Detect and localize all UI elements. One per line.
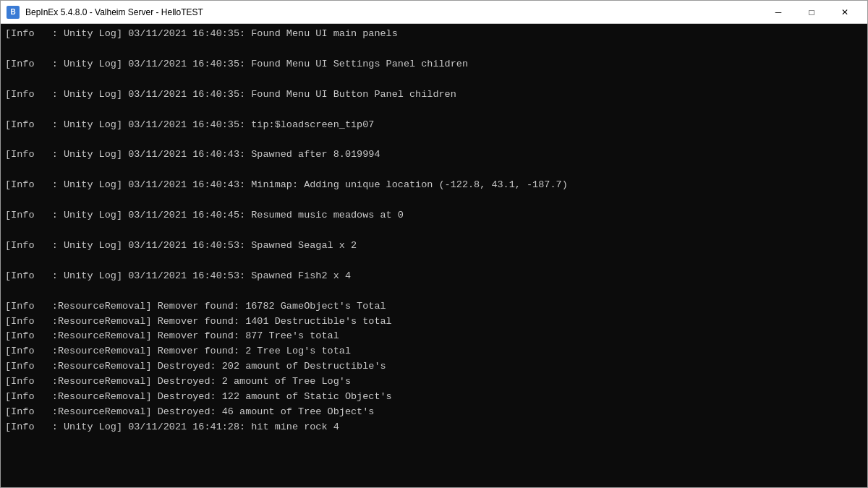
- console-output[interactable]: [Info : Unity Log] 03/11/2021 16:40:35: …: [1, 24, 867, 487]
- log-line: [Info :ResourceRemoval] Destroyed: 122 a…: [5, 390, 863, 405]
- log-line: [Info :ResourceRemoval] Remover found: 2…: [5, 344, 863, 359]
- log-line: [Info : Unity Log] 03/11/2021 16:40:35: …: [5, 118, 863, 133]
- window-controls: ─ □ ✕: [762, 1, 861, 24]
- log-line: [5, 284, 863, 299]
- log-line: [Info : Unity Log] 03/11/2021 16:40:35: …: [5, 87, 863, 103]
- log-line: [5, 193, 863, 208]
- log-line: [Info : Unity Log] 03/11/2021 16:40:53: …: [5, 239, 863, 254]
- log-line: [Info :ResourceRemoval] Remover found: 1…: [5, 299, 863, 314]
- log-line: [Info : Unity Log] 03/11/2021 16:40:35: …: [5, 27, 863, 42]
- console-wrapper: [Info : Unity Log] 03/11/2021 16:40:35: …: [1, 24, 867, 487]
- log-line: [5, 103, 863, 118]
- log-line: [5, 254, 863, 269]
- log-line: [5, 42, 863, 57]
- main-window: B BepInEx 5.4.8.0 - Valheim Server - Hel…: [0, 0, 868, 488]
- log-line: [Info :ResourceRemoval] Remover found: 1…: [5, 314, 863, 330]
- app-icon-letter: B: [10, 8, 15, 16]
- log-line: [Info :ResourceRemoval] Destroyed: 46 am…: [5, 405, 863, 420]
- log-line: [Info :ResourceRemoval] Destroyed: 2 amo…: [5, 374, 863, 390]
- app-icon: B: [7, 6, 20, 19]
- log-line: [Info : Unity Log] 03/11/2021 16:40:43: …: [5, 147, 863, 163]
- log-line: [Info : Unity Log] 03/11/2021 16:40:43: …: [5, 178, 863, 193]
- log-line: [Info : Unity Log] 03/11/2021 16:40:45: …: [5, 208, 863, 223]
- log-line: [5, 72, 863, 87]
- log-line: [5, 223, 863, 239]
- log-line: [Info : Unity Log] 03/11/2021 16:41:28: …: [5, 420, 863, 435]
- minimize-button[interactable]: ─: [762, 1, 795, 24]
- log-line: [Info :ResourceRemoval] Remover found: 8…: [5, 329, 863, 344]
- log-line: [5, 163, 863, 178]
- maximize-button[interactable]: □: [795, 1, 828, 24]
- log-line: [5, 435, 863, 450]
- log-line: [Info : Unity Log] 03/11/2021 16:40:53: …: [5, 269, 863, 284]
- log-line: [Info : Unity Log] 03/11/2021 16:40:35: …: [5, 57, 863, 72]
- log-line: [Info :ResourceRemoval] Destroyed: 202 a…: [5, 359, 863, 374]
- window-title: BepInEx 5.4.8.0 - Valheim Server - Hello…: [25, 7, 762, 17]
- close-button[interactable]: ✕: [828, 1, 861, 24]
- log-line: [5, 132, 863, 147]
- title-bar: B BepInEx 5.4.8.0 - Valheim Server - Hel…: [1, 1, 867, 24]
